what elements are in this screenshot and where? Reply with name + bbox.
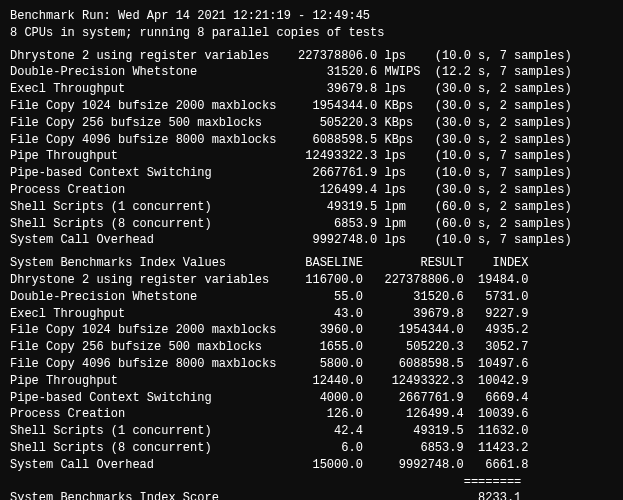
index-row: Shell Scripts (8 concurrent) 6.0 6853.9 …: [10, 440, 613, 457]
index-row: Execl Throughput 43.0 39679.8 9227.9: [10, 306, 613, 323]
index-row: File Copy 1024 bufsize 2000 maxblocks 39…: [10, 322, 613, 339]
index-row: Double-Precision Whetstone 55.0 31520.6 …: [10, 289, 613, 306]
cpu-line: 8 CPUs in system; running 8 parallel cop…: [10, 25, 613, 42]
result-row: File Copy 256 bufsize 500 maxblocks 5052…: [10, 115, 613, 132]
index-row: Pipe Throughput 12440.0 12493322.3 10042…: [10, 373, 613, 390]
index-header-row: System Benchmarks Index Values BASELINE …: [10, 255, 613, 272]
result-row: File Copy 4096 bufsize 8000 maxblocks 60…: [10, 132, 613, 149]
index-row: Shell Scripts (1 concurrent) 42.4 49319.…: [10, 423, 613, 440]
result-row: Pipe Throughput 12493322.3 lps (10.0 s, …: [10, 148, 613, 165]
index-block: Dhrystone 2 using register variables 116…: [10, 272, 613, 474]
results-block: Dhrystone 2 using register variables 227…: [10, 48, 613, 250]
index-row: File Copy 4096 bufsize 8000 maxblocks 58…: [10, 356, 613, 373]
index-row: File Copy 256 bufsize 500 maxblocks 1655…: [10, 339, 613, 356]
index-score-row: System Benchmarks Index Score 8233.1: [10, 490, 613, 500]
result-row: Process Creation 126499.4 lps (30.0 s, 2…: [10, 182, 613, 199]
result-row: Pipe-based Context Switching 2667761.9 l…: [10, 165, 613, 182]
result-row: File Copy 1024 bufsize 2000 maxblocks 19…: [10, 98, 613, 115]
index-row: System Call Overhead 15000.0 9992748.0 6…: [10, 457, 613, 474]
terminal-output: Benchmark Run: Wed Apr 14 2021 12:21:19 …: [10, 8, 613, 500]
result-row: Shell Scripts (1 concurrent) 49319.5 lpm…: [10, 199, 613, 216]
result-row: Double-Precision Whetstone 31520.6 MWIPS…: [10, 64, 613, 81]
index-row: Pipe-based Context Switching 4000.0 2667…: [10, 390, 613, 407]
result-row: Dhrystone 2 using register variables 227…: [10, 48, 613, 65]
index-row: Process Creation 126.0 126499.4 10039.6: [10, 406, 613, 423]
result-row: Execl Throughput 39679.8 lps (30.0 s, 2 …: [10, 81, 613, 98]
index-row: Dhrystone 2 using register variables 116…: [10, 272, 613, 289]
result-row: System Call Overhead 9992748.0 lps (10.0…: [10, 232, 613, 249]
benchmark-run-line: Benchmark Run: Wed Apr 14 2021 12:21:19 …: [10, 8, 613, 25]
separator-rule: ========: [10, 474, 613, 491]
result-row: Shell Scripts (8 concurrent) 6853.9 lpm …: [10, 216, 613, 233]
